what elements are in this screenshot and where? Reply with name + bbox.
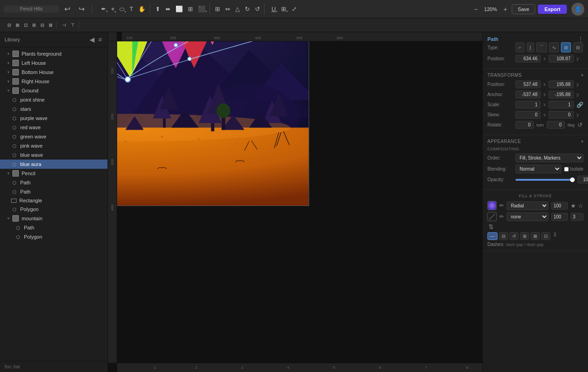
pen-tool[interactable]: ✒▾ bbox=[99, 4, 108, 14]
path-options-button[interactable]: ⋮ bbox=[578, 36, 583, 42]
layer-ground[interactable]: ▾ Ground bbox=[0, 86, 107, 95]
grid-options[interactable]: ⊞▾ bbox=[279, 4, 288, 14]
layer-pointshine[interactable]: ⬡ point shine bbox=[0, 95, 107, 104]
scale-lock-button[interactable]: 🔗 bbox=[577, 102, 583, 108]
anchor-x-input[interactable] bbox=[515, 91, 541, 98]
zoom-out-button[interactable]: − bbox=[472, 5, 480, 14]
align-top-edges[interactable]: ⊞ bbox=[30, 22, 38, 29]
align-top[interactable]: ⬆ bbox=[153, 4, 163, 14]
save-button[interactable]: Save bbox=[512, 4, 535, 14]
stroke-color-swatch[interactable] bbox=[487, 212, 497, 221]
layer-redwave[interactable]: ⬡ red wave bbox=[0, 123, 107, 132]
export-button[interactable]: Export bbox=[538, 5, 567, 14]
transforms-header[interactable]: Transforms ▾ bbox=[487, 73, 583, 78]
rotate-deg-input[interactable] bbox=[547, 121, 565, 129]
canvas-area[interactable]: 100 200 300 400 500 600 100 200 300 400 bbox=[108, 32, 482, 372]
layer-bluewave[interactable]: ⬡ blue wave bbox=[0, 150, 107, 160]
user-avatar[interactable]: 👤 bbox=[571, 3, 584, 16]
flip-v[interactable]: △ bbox=[233, 4, 242, 14]
stroke-type-select[interactable]: none Solid Linear bbox=[507, 212, 548, 221]
stroke-style-solid[interactable]: — bbox=[487, 232, 498, 240]
type-extra1[interactable]: ⊞ bbox=[561, 42, 571, 52]
stroke-style-dash5[interactable]: ⊡ bbox=[541, 232, 550, 240]
crop-tool[interactable]: ⊞ bbox=[186, 4, 195, 14]
sidebar-collapse-button[interactable]: ◀ bbox=[89, 35, 96, 44]
layer-pinkwave[interactable]: ⬡ pink wave bbox=[0, 141, 107, 150]
layer-bottomhouse[interactable]: ▾ Bottom House bbox=[0, 68, 107, 77]
resize-tool[interactable]: ⤢ bbox=[289, 4, 299, 14]
rotate-x-input[interactable] bbox=[515, 121, 534, 129]
layer-path2[interactable]: ⬡ Path bbox=[0, 187, 107, 196]
position-x-input[interactable]: 634.46 bbox=[515, 55, 541, 63]
position-y-input[interactable]: 108.87 bbox=[548, 55, 574, 63]
align-left-edges[interactable]: ⊟ bbox=[6, 22, 13, 29]
align-middle[interactable]: ⬌ bbox=[163, 4, 173, 14]
anchor-y-input[interactable] bbox=[548, 91, 574, 98]
flip-h[interactable]: ⇔ bbox=[223, 4, 232, 14]
skew-y-input[interactable] bbox=[548, 111, 574, 119]
stroke-style-dash1[interactable]: ⊟ bbox=[499, 232, 508, 240]
swap-fill-stroke-button[interactable]: ⇅ bbox=[488, 223, 494, 230]
type-corner[interactable]: ⌐ bbox=[515, 42, 525, 52]
stroke-edit-button[interactable]: ✏ bbox=[499, 213, 504, 220]
layer-stars[interactable]: ⬡ stars bbox=[0, 104, 107, 114]
scale-y-input[interactable] bbox=[548, 101, 574, 109]
stroke-style-dash3[interactable]: ⊞ bbox=[520, 232, 529, 240]
rotate-reset-button[interactable]: ↺ bbox=[577, 121, 582, 128]
grid-view[interactable]: ⊞ bbox=[213, 4, 222, 14]
layer-path1[interactable]: ⬡ Path bbox=[0, 178, 107, 187]
fill-fav-button[interactable]: ★ bbox=[571, 202, 576, 209]
layer-mountain[interactable]: ▾ mountain bbox=[0, 214, 107, 223]
align-bottom-edges[interactable]: ⊠ bbox=[47, 22, 54, 29]
stroke-style-dash4[interactable]: ⊠ bbox=[531, 232, 540, 240]
transforms-y-input[interactable] bbox=[548, 80, 574, 88]
fill-color-swatch[interactable] bbox=[487, 201, 497, 210]
layer-lefthouse[interactable]: ▾ Left House bbox=[0, 58, 107, 68]
type-extra2[interactable]: ⊟ bbox=[573, 42, 583, 52]
type-auto[interactable]: ∿ bbox=[549, 42, 559, 52]
rotate-ccw[interactable]: ↺ bbox=[253, 4, 262, 14]
group-tool[interactable]: ⬛▾ bbox=[196, 4, 208, 14]
canvas-content[interactable] bbox=[117, 41, 482, 372]
align-center-v[interactable]: ⊟ bbox=[39, 22, 46, 29]
dist-v[interactable]: ⊤ bbox=[69, 22, 77, 29]
undo-button[interactable]: ↩ bbox=[62, 3, 73, 15]
scale-x-input[interactable] bbox=[515, 101, 541, 109]
stroke-width-input[interactable] bbox=[571, 213, 583, 221]
stroke-opacity-input[interactable] bbox=[551, 213, 568, 221]
fill-edit-button[interactable]: ✏ bbox=[499, 202, 504, 209]
blending-select[interactable]: Normal Multiply Screen Overlay bbox=[515, 165, 561, 173]
hand-tool[interactable]: ✋ bbox=[136, 4, 148, 14]
align-right-edges[interactable]: ⊡ bbox=[22, 22, 29, 29]
appearance-header[interactable]: Appearance ▾ bbox=[487, 139, 583, 144]
layer-righthouse[interactable]: ▾ Right House bbox=[0, 77, 107, 86]
type-smooth[interactable]: ∫ bbox=[526, 42, 534, 52]
frame-tool[interactable]: ⬜ bbox=[173, 4, 185, 14]
layer-path3[interactable]: ⬡ Path bbox=[0, 223, 107, 232]
order-select[interactable]: Fill, Stroke, Markers Stroke, Fill, Mark… bbox=[515, 154, 583, 162]
align-center-h[interactable]: ⊠ bbox=[14, 22, 21, 29]
opacity-value-input[interactable] bbox=[577, 176, 588, 183]
fill-unfav-button[interactable]: ☆ bbox=[578, 202, 583, 209]
redo-button[interactable]: ↪ bbox=[76, 3, 87, 15]
node-tool[interactable]: ⌖▾ bbox=[109, 4, 117, 15]
opacity-slider[interactable] bbox=[515, 179, 575, 181]
sidebar-menu-button[interactable]: ≡ bbox=[97, 35, 103, 44]
shape-tool[interactable]: ⬭▾ bbox=[117, 4, 127, 15]
transforms-x-input[interactable] bbox=[515, 80, 541, 88]
layer-rectangle[interactable]: Rectangle bbox=[0, 196, 107, 205]
text-tool[interactable]: T bbox=[127, 4, 136, 14]
layer-greenwave[interactable]: ⬡ green wave bbox=[0, 132, 107, 141]
fill-opacity-input[interactable] bbox=[551, 202, 568, 210]
layer-pencil[interactable]: ▾ Pencil bbox=[0, 169, 107, 178]
layer-plants[interactable]: ▾ Plants foreground bbox=[0, 49, 107, 58]
type-symmetric[interactable]: ⌒ bbox=[536, 42, 547, 52]
stroke-style-dash2[interactable]: ↺ bbox=[509, 232, 519, 240]
underline-tool[interactable]: U▾ bbox=[269, 4, 278, 14]
skew-x-input[interactable] bbox=[515, 111, 541, 119]
isolate-checkbox[interactable] bbox=[564, 167, 569, 172]
layer-blueaura[interactable]: ⬡ blue aura bbox=[0, 160, 107, 169]
rotate-cw[interactable]: ↻ bbox=[243, 4, 252, 14]
fill-type-select[interactable]: Radial Linear Solid none bbox=[507, 201, 548, 210]
layer-polygon2[interactable]: ⬡ Polygon bbox=[0, 232, 107, 241]
